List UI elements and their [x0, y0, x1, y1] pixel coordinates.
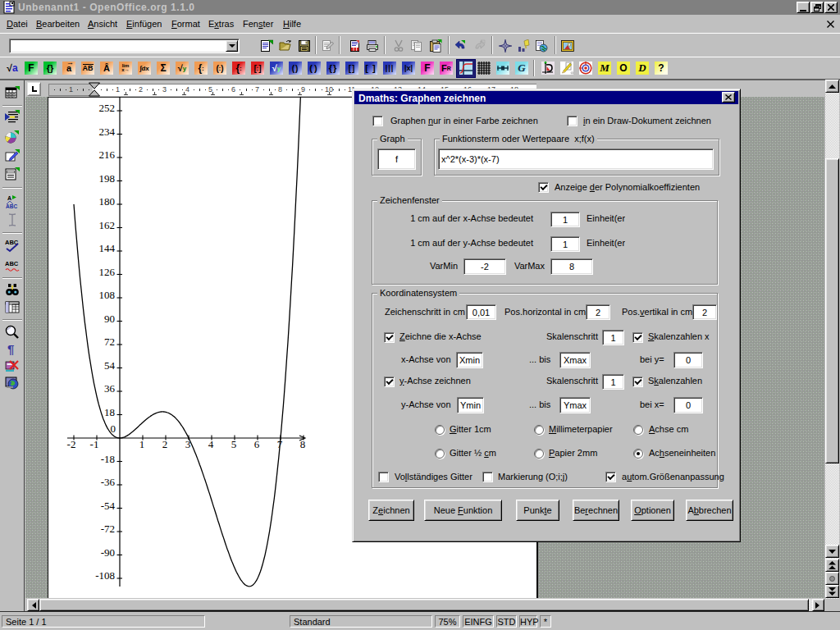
svg-text:7: 7: [277, 438, 283, 450]
svg-text:162: 162: [99, 219, 116, 231]
svg-text:18: 18: [104, 406, 115, 418]
svg-text:-54: -54: [101, 500, 116, 512]
svg-text:108: 108: [99, 289, 116, 301]
svg-text:-36: -36: [101, 476, 116, 488]
svg-text:72: 72: [104, 336, 115, 348]
svg-text:-18: -18: [101, 453, 115, 465]
svg-text:216: 216: [99, 148, 116, 161]
svg-text:ABC: ABC: [5, 260, 19, 267]
svg-text:-108: -108: [95, 569, 115, 582]
svg-text:54: 54: [104, 359, 116, 372]
svg-text:-1: -1: [90, 438, 99, 450]
svg-text:8: 8: [300, 438, 306, 450]
svg-text:-90: -90: [101, 546, 115, 559]
svg-text:A: A: [7, 195, 11, 201]
svg-text:198: 198: [99, 172, 116, 185]
svg-text:3: 3: [185, 438, 191, 450]
svg-text:6: 6: [254, 438, 260, 450]
svg-text:-72: -72: [101, 523, 115, 535]
svg-text:90: 90: [104, 313, 115, 325]
svg-text:4: 4: [208, 438, 214, 450]
svg-text:-2: -2: [67, 438, 76, 450]
svg-text:1: 1: [139, 438, 145, 450]
svg-text:126: 126: [99, 266, 116, 278]
svg-text:234: 234: [99, 126, 116, 138]
svg-text:36: 36: [104, 382, 116, 395]
svg-text:144: 144: [99, 242, 116, 254]
svg-text:0: 0: [111, 422, 116, 435]
svg-text:180: 180: [99, 195, 116, 208]
svg-text:ABC: ABC: [6, 203, 17, 209]
svg-text:¶: ¶: [7, 342, 14, 356]
svg-text:5: 5: [231, 438, 237, 450]
svg-text:2: 2: [162, 438, 168, 450]
svg-text:252: 252: [99, 102, 116, 114]
